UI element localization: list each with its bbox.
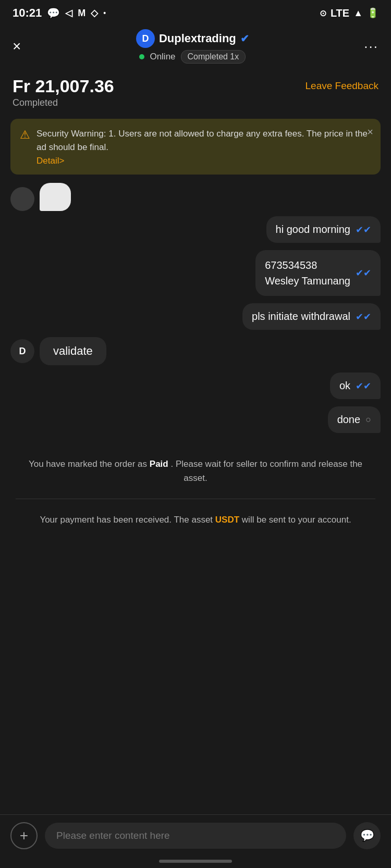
system-messages-area: You have marked the order as Paid . Plea… — [0, 438, 391, 536]
account-info-text: 673534538 Wesley Tamunang — [265, 257, 350, 289]
amount-section: Fr 21,007.36 Completed Leave Feedback — [0, 67, 391, 114]
system-message-usdt: Your payment has been received. The asse… — [5, 504, 386, 535]
bubble-account-info: 673534538 Wesley Tamunang ✔✔ — [255, 250, 381, 296]
amount-value: Fr 21,007.36 — [13, 76, 114, 96]
lock-icon: ⊙ — [320, 8, 326, 18]
usdt-highlight: USDT — [215, 515, 239, 525]
header-sub-row: Online Completed 1x — [139, 50, 246, 64]
bubble-text-done: done — [337, 414, 361, 426]
security-warning-banner: ⚠ Security Warning: 1. Users are not all… — [10, 119, 381, 175]
bottom-spacer — [0, 536, 391, 619]
crypto-icon: ◇ — [91, 7, 98, 19]
empty-avatar — [10, 187, 34, 211]
account-name: Wesley Tamunang — [265, 273, 350, 289]
home-indicator — [159, 860, 232, 863]
online-indicator — [139, 54, 144, 59]
amount-left: Fr 21,007.36 Completed — [13, 76, 114, 108]
send-icon: 💬 — [360, 829, 374, 842]
system-text-2: . Please wait for seller to confirm and … — [170, 459, 362, 483]
warning-icon: ⚠ — [20, 128, 30, 142]
add-attachment-button[interactable]: + — [10, 822, 38, 849]
read-check-icon-4: ✔✔ — [356, 380, 371, 392]
verified-icon: ✔ — [240, 32, 249, 45]
bubble-validate: validate — [40, 337, 106, 365]
send-message-button[interactable]: 💬 — [353, 822, 381, 849]
warning-text: Security Warning: 1. Users are not allow… — [36, 127, 371, 154]
navigation-icon: ◁ — [65, 7, 72, 19]
message-validate: D validate — [10, 337, 381, 365]
paid-highlight: Paid — [150, 459, 168, 469]
header-center: D Duplextrading ✔ Online Completed 1x — [136, 29, 249, 64]
bubble-ok: ok ✔✔ — [330, 373, 381, 399]
bubble-hi-good-morning: hi good morning ✔✔ — [266, 216, 381, 243]
close-button[interactable]: × — [13, 39, 21, 54]
message-ok: ok ✔✔ — [10, 373, 381, 399]
whatsapp-icon: 💬 — [47, 7, 60, 19]
chat-area: hi good morning ✔✔ 673534538 Wesley Tamu… — [0, 211, 391, 438]
status-right-icons: ⊙ LTE ▲ 🔋 — [320, 7, 378, 19]
bubble-text-ok: ok — [339, 380, 350, 392]
system-message-paid: You have marked the order as Paid . Plea… — [5, 449, 386, 493]
user-name: Duplextrading — [159, 32, 236, 45]
header-title-row: D Duplextrading ✔ — [136, 29, 249, 48]
pending-check-icon: ○ — [365, 414, 371, 425]
completed-badge: Completed 1x — [181, 50, 246, 64]
battery-icon: 🔋 — [367, 7, 378, 19]
gmail-icon: M — [78, 8, 85, 19]
account-number: 673534538 — [265, 257, 350, 273]
validate-avatar: D — [10, 339, 34, 363]
message-input[interactable] — [45, 823, 346, 849]
lte-label: LTE — [331, 7, 349, 19]
bubble-text: hi good morning — [276, 224, 350, 235]
incoming-empty-bubble-row — [0, 180, 391, 211]
empty-bubble — [40, 183, 71, 211]
leave-feedback-button[interactable]: Leave Feedback — [306, 76, 379, 92]
message-pls-initiate: pls initiate withdrawal ✔✔ — [10, 303, 381, 330]
status-bar: 10:21 💬 ◁ M ◇ • ⊙ LTE ▲ 🔋 — [0, 0, 391, 24]
separator — [16, 499, 375, 499]
system-text-usdt-1: Your payment has been received. The asse… — [40, 515, 213, 525]
more-options-button[interactable]: ··· — [364, 39, 378, 55]
message-hi-good-morning: hi good morning ✔✔ — [10, 216, 381, 243]
message-account-info: 673534538 Wesley Tamunang ✔✔ — [10, 250, 381, 296]
read-check-icon-2: ✔✔ — [356, 267, 371, 279]
user-avatar: D — [136, 29, 155, 48]
dot-icon: • — [103, 9, 106, 17]
online-text: Online — [150, 52, 175, 62]
signal-icon: ▲ — [353, 8, 363, 19]
status-time: 10:21 💬 ◁ M ◇ • — [13, 6, 106, 20]
warning-text-block: Security Warning: 1. Users are not allow… — [36, 127, 371, 166]
read-check-icon: ✔✔ — [356, 224, 371, 235]
bubble-done: done ○ — [328, 406, 381, 433]
warning-close-button[interactable]: × — [367, 126, 373, 138]
system-text-1: You have marked the order as — [29, 459, 147, 469]
bubble-text-withdrawal: pls initiate withdrawal — [252, 311, 350, 323]
chat-header: × D Duplextrading ✔ Online Completed 1x … — [0, 24, 391, 67]
amount-status: Completed — [13, 97, 114, 108]
time-display: 10:21 — [13, 6, 42, 20]
warning-detail-link[interactable]: Detail> — [36, 156, 371, 166]
message-done: done ○ — [10, 406, 381, 433]
bubble-pls-initiate: pls initiate withdrawal ✔✔ — [242, 303, 381, 330]
system-text-usdt-2: will be sent to your account. — [242, 515, 351, 525]
account-info-row: 673534538 Wesley Tamunang ✔✔ — [265, 257, 371, 289]
read-check-icon-3: ✔✔ — [356, 311, 371, 323]
